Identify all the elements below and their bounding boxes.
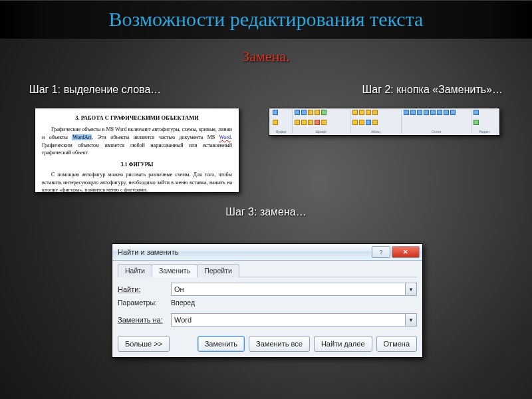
replace-all-button[interactable]: Заменить все [249,336,310,352]
close-button[interactable]: ✕ [392,246,420,258]
doc-heading: 3. РАБОТА С ГРАФИЧЕСКИМИ ОБЪЕКТАМИ [42,114,232,122]
tab-goto[interactable]: Перейти [197,264,239,277]
doc-paragraph-1: Графические объекты в MS Word включают а… [42,126,232,156]
slide-title: Возможности редактирования текста [109,8,424,30]
doc-paragraph-2: С помощью автофигур можно рисовать разли… [42,171,232,194]
highlighted-word: WordArt [72,134,92,140]
cancel-button[interactable]: Отмена [376,336,417,352]
slide-title-bar: Возможности редактирования текста [0,0,532,39]
tab-replace[interactable]: Заменить [152,264,198,277]
find-value: Он [174,285,184,293]
dialog-titlebar[interactable]: Найти и заменить ? ✕ [112,244,422,261]
dialog-title: Найти и заменить [118,248,178,256]
find-input[interactable]: Он ▼ [171,283,417,296]
find-next-button[interactable]: Найти далее [314,336,372,352]
underlined-word: Word [219,134,231,140]
doc-text: . Эти объекты являются частью документа … [92,134,219,140]
replace-value: Word [174,316,192,324]
replace-button[interactable]: Заменить [198,336,245,352]
doc-subheading: 3.1 ФИГУРЫ [42,161,232,169]
find-label: Найти: [118,285,171,293]
slide-subtitle: Замена. [0,48,532,65]
dropdown-icon[interactable]: ▼ [405,314,416,326]
more-button[interactable]: Больше >> [118,336,170,352]
step1-label: Шаг 1: выделение слова… [29,84,161,96]
step3-label: Шаг 3: замена… [0,206,532,218]
dialog-tabs: Найти Заменить Перейти [118,263,417,277]
doc-screenshot: 3. РАБОТА С ГРАФИЧЕСКИМИ ОБЪЕКТАМИ Графи… [35,108,239,193]
steps-row: Шаг 1: выделение слова… Шаг 2: кнопка «З… [0,84,532,96]
ribbon-screenshot: Буфер Шрифт Абзац Стили Редакт. [269,108,500,136]
step2-label: Шаг 2: кнопка «Заменить»… [362,84,503,96]
tab-find[interactable]: Найти [118,264,152,277]
replace-label: Заменить на: [118,316,171,324]
params-value: Вперед [171,299,195,307]
find-replace-dialog: Найти и заменить ? ✕ Найти Заменить Пере… [112,243,423,358]
dropdown-icon[interactable]: ▼ [405,283,416,295]
close-icon: ✕ [403,249,408,255]
help-button[interactable]: ? [372,246,390,258]
replace-input[interactable]: Word ▼ [171,313,417,327]
params-label: Параметры: [118,299,171,307]
